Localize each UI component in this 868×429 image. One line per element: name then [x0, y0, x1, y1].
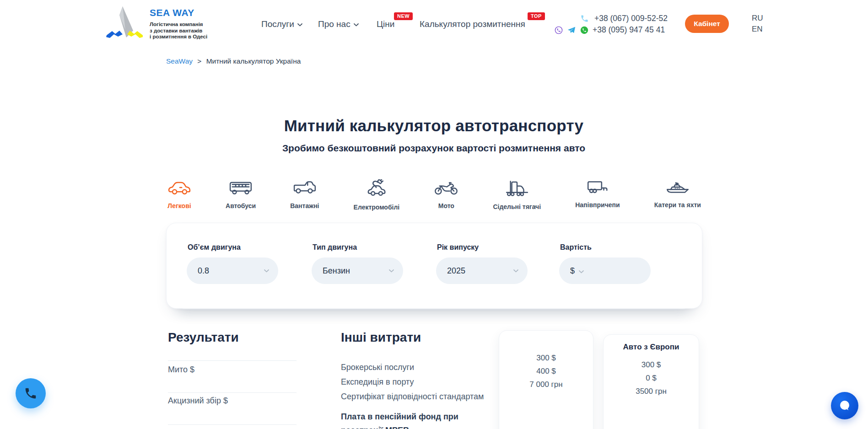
chat-icon: [838, 399, 852, 413]
tab-cars[interactable]: Легкові: [167, 179, 191, 211]
tab-semi-trucks[interactable]: Сідельні тягачі: [493, 179, 541, 211]
contact-row-2: +38 (095) 947 45 41: [554, 25, 665, 35]
result-row-duty: Мито $: [168, 365, 194, 375]
engine-volume-select[interactable]: 0.8: [187, 257, 278, 284]
price-value: 400 $: [499, 365, 593, 378]
field-year: Рік випуску 2025: [436, 243, 528, 284]
price-card-title: Авто з Європи: [604, 343, 699, 352]
price-card-europe: Авто з Європи 300 $ 0 $ 3500 грн: [603, 334, 699, 429]
price-card-general: 300 $ 400 $ 7 000 грн: [499, 330, 593, 429]
language-switcher: RU EN: [752, 13, 763, 35]
tab-moto[interactable]: Мото: [434, 179, 458, 211]
year-select[interactable]: 2025: [436, 257, 528, 284]
tab-buses[interactable]: Автобуси: [226, 179, 256, 211]
divider: [168, 424, 297, 425]
cost-item-pension-fund: Плата в пенсійний фонд при реєстрації МР…: [341, 410, 487, 429]
telegram-icon[interactable]: [567, 26, 576, 35]
lang-ru[interactable]: RU: [752, 13, 763, 24]
cost-item-certificate: Сертифікат відповідності стандартам: [341, 392, 484, 402]
bus-icon: [229, 179, 253, 196]
price-value: 7 000 грн: [499, 378, 593, 391]
results-title: Результати: [168, 330, 239, 345]
chevron-down-icon: [389, 269, 394, 273]
cost-item-port: Експедиція в порту: [341, 377, 414, 387]
price-value: 300 $: [604, 358, 699, 371]
brand-name[interactable]: SEA WAY: [150, 7, 207, 18]
brand-tagline: Логістична компанія з доставки вантажів …: [150, 21, 207, 40]
new-badge: NEW: [394, 12, 413, 20]
chevron-down-icon: [264, 269, 269, 273]
vehicle-type-tabs: Легкові Автобуси Вантажні: [167, 179, 701, 211]
nav-item-about[interactable]: Про нас: [318, 19, 359, 29]
floating-chat-button[interactable]: [831, 392, 858, 419]
tab-boats-yachts[interactable]: Катери та яхти: [654, 179, 701, 211]
currency-select[interactable]: $: [570, 266, 575, 276]
semi-truck-icon: [505, 179, 529, 197]
field-engine-volume: Об’єм двигуна 0.8: [187, 243, 278, 284]
page: SEA WAY Логістична компанія з доставки в…: [0, 0, 868, 429]
other-costs-title: Інші витрати: [341, 330, 421, 345]
page-title: Митний калькулятор автотранспорту: [166, 117, 701, 135]
tab-trucks[interactable]: Вантажні: [290, 179, 319, 211]
breadcrumb-current: Митний калькулятор Україна: [206, 57, 301, 65]
field-price: Вартість $: [559, 243, 651, 284]
phone-number-1[interactable]: +38 (067) 009-52-52: [594, 14, 668, 23]
field-label: Рік випуску: [437, 243, 528, 252]
seaway-logo-icon[interactable]: [100, 2, 144, 42]
tab-electric-cars[interactable]: Електромобілі: [354, 179, 400, 211]
price-field: $: [559, 257, 651, 284]
field-engine-type: Тип двигуна Бензин: [312, 243, 403, 284]
chevron-down-icon: [297, 23, 302, 27]
chevron-down-icon: [513, 269, 518, 273]
trailer-icon: [586, 179, 609, 195]
field-label: Вартість: [560, 243, 651, 252]
page-subtitle: Зробимо безкоштовний розрахунок вартості…: [166, 143, 701, 154]
price-input[interactable]: [588, 266, 642, 276]
nav-item-customs-calculator[interactable]: Калькулятор розмитнення: [420, 19, 525, 29]
breadcrumb-separator: >: [197, 57, 201, 65]
contact-row-1: +38 (067) 009-52-52: [580, 14, 668, 23]
cost-item-broker: Брокерські послуги: [341, 363, 414, 372]
field-label: Тип двигуна: [313, 243, 403, 252]
lang-en[interactable]: EN: [752, 24, 763, 35]
whatsapp-icon[interactable]: [580, 26, 589, 35]
car-icon: [167, 179, 191, 196]
phone-icon: [24, 386, 38, 400]
breadcrumb: SeaWay > Митний калькулятор Україна: [166, 57, 301, 65]
divider: [168, 360, 297, 361]
calculator-form-card: Об’єм двигуна 0.8 Тип двигуна Бензин Рік…: [166, 223, 702, 309]
tab-semi-trailers[interactable]: Напівпричепи: [575, 179, 620, 211]
engine-type-select[interactable]: Бензин: [312, 257, 403, 284]
price-value: 0 $: [604, 371, 699, 385]
chevron-down-icon: [579, 270, 584, 273]
chevron-down-icon: [354, 23, 359, 27]
truck-icon: [293, 179, 317, 196]
phone-number-2[interactable]: +38 (095) 947 45 41: [593, 25, 665, 35]
electric-car-icon: [365, 179, 388, 198]
viber-icon[interactable]: [554, 26, 563, 35]
price-value: 300 $: [499, 351, 593, 365]
cabinet-button[interactable]: Кабінет: [685, 15, 729, 33]
floating-call-button[interactable]: [16, 378, 46, 408]
brand-text: SEA WAY Логістична компанія з доставки в…: [150, 7, 207, 40]
top-badge: TOP: [528, 12, 545, 20]
result-row-excise: Акцизний збір $: [168, 396, 228, 406]
nav-item-prices[interactable]: Ціни: [377, 19, 394, 29]
motorcycle-icon: [434, 179, 458, 196]
yacht-icon: [665, 179, 690, 195]
nav-item-services[interactable]: Послуги: [261, 19, 302, 29]
divider: [168, 392, 297, 393]
phone-icon: [580, 14, 589, 23]
field-label: Об’єм двигуна: [188, 243, 278, 252]
header: SEA WAY Логістична компанія з доставки в…: [0, 0, 868, 48]
price-value: 3500 грн: [604, 385, 699, 398]
breadcrumb-home-link[interactable]: SeaWay: [166, 57, 193, 65]
